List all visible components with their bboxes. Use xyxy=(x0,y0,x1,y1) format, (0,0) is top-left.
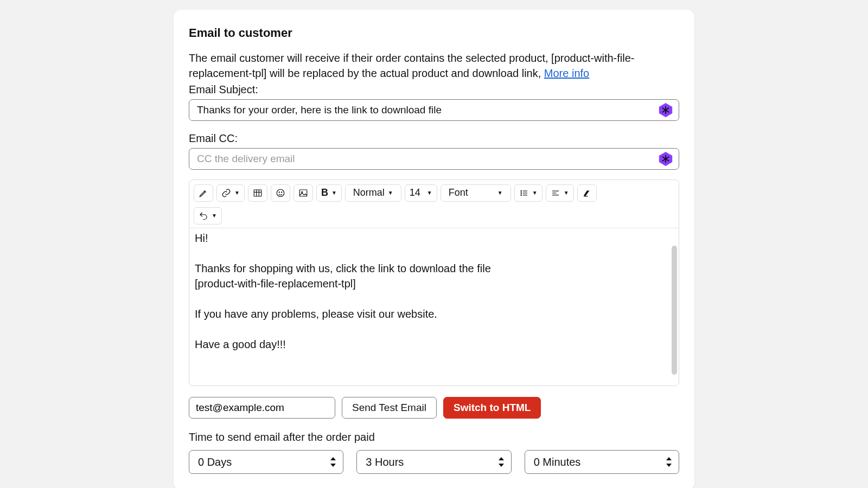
delay-days-select[interactable]: 0 Days xyxy=(189,450,343,474)
select-arrows-icon xyxy=(329,457,337,467)
editor-toolbar: ▼ B▼ Normal ▼ 14 ▼ F xyxy=(189,180,679,228)
table-tool[interactable] xyxy=(248,184,267,202)
delay-hours-select[interactable]: 3 Hours xyxy=(356,450,511,474)
align-tool[interactable]: ▼ xyxy=(546,184,574,202)
delay-days-value: 0 Days xyxy=(198,454,232,470)
svg-rect-8 xyxy=(254,190,261,196)
section-title: Email to customer xyxy=(189,25,679,42)
font-size-select[interactable]: 14 ▼ xyxy=(405,184,437,202)
svg-point-14 xyxy=(282,192,282,192)
select-arrows-icon xyxy=(665,457,673,467)
clear-format-tool[interactable] xyxy=(577,184,597,202)
more-info-link[interactable]: More info xyxy=(544,67,589,79)
select-arrows-icon xyxy=(497,457,505,467)
test-email-input[interactable] xyxy=(189,397,335,419)
undo-tool[interactable]: ▼ xyxy=(194,207,222,224)
email-subject-wrap xyxy=(189,99,679,121)
paragraph-style-label: Normal xyxy=(353,187,385,198)
emoji-tool[interactable] xyxy=(271,184,290,202)
rich-text-editor: ▼ B▼ Normal ▼ 14 ▼ F xyxy=(189,179,679,386)
test-email-row: Send Test Email Switch to HTML xyxy=(189,397,679,419)
delay-minutes-select[interactable]: 0 Minutes xyxy=(525,450,679,474)
paragraph-style-select[interactable]: Normal ▼ xyxy=(345,184,401,202)
edit-icon[interactable] xyxy=(194,184,213,202)
font-size-label: 14 xyxy=(410,187,420,198)
email-subject-label: Email Subject: xyxy=(189,82,679,97)
editor-content[interactable]: Hi! Thanks for shopping with us, click t… xyxy=(195,230,670,380)
svg-point-17 xyxy=(521,190,522,191)
email-cc-input[interactable] xyxy=(189,148,679,170)
svg-rect-15 xyxy=(299,190,307,196)
font-family-label: Font xyxy=(449,187,468,198)
editor-body: Hi! Thanks for shopping with us, click t… xyxy=(189,228,679,386)
editor-scrollbar[interactable] xyxy=(672,246,677,375)
bold-tool[interactable]: B▼ xyxy=(316,184,342,202)
svg-point-19 xyxy=(521,195,522,196)
email-cc-wrap xyxy=(189,148,679,170)
delay-row: 0 Days 3 Hours 0 Minutes xyxy=(189,450,679,474)
list-tool[interactable]: ▼ xyxy=(514,184,542,202)
svg-point-13 xyxy=(279,192,279,192)
image-tool[interactable] xyxy=(293,184,313,202)
font-family-select[interactable]: Font ▼ xyxy=(441,184,511,202)
delay-label: Time to send email after the order paid xyxy=(189,429,679,445)
variable-picker-icon[interactable] xyxy=(658,102,674,118)
email-settings-card: Email to customer The email customer wil… xyxy=(174,10,694,488)
variable-picker-icon[interactable] xyxy=(658,151,674,167)
delay-minutes-value: 0 Minutes xyxy=(534,454,581,470)
delay-hours-value: 3 Hours xyxy=(366,454,404,470)
send-test-email-button[interactable]: Send Test Email xyxy=(342,397,437,419)
email-cc-label: Email CC: xyxy=(189,131,679,146)
section-description: The email customer will receive if their… xyxy=(189,50,679,81)
svg-point-12 xyxy=(277,189,284,197)
email-subject-input[interactable] xyxy=(189,99,679,121)
switch-to-html-button[interactable]: Switch to HTML xyxy=(443,397,541,419)
svg-point-18 xyxy=(521,192,522,194)
link-tool[interactable]: ▼ xyxy=(216,184,245,202)
